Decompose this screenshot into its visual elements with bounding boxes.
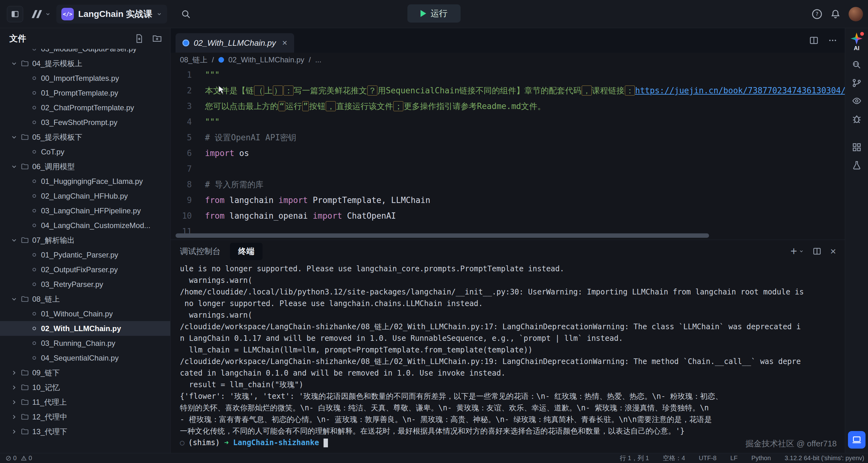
tree-file-04_LangChain_CustomizeMod...[interactable]: 04_LangChain_CustomizeMod... (0, 218, 170, 233)
tree-file-01_Without_Chain.py[interactable]: 01_Without_Chain.py (0, 307, 170, 321)
terminal[interactable]: ule is no longer supported. Please use l… (170, 262, 845, 453)
project-switcher[interactable]: </> LangChain 实战课 (56, 5, 167, 24)
tree-file-CoT.py[interactable]: CoT.py (0, 144, 170, 159)
tree-item-label: 03_FewShotPrompt.py (41, 118, 117, 127)
terminal-prompt: ○ (shims) ➜ LangChain-shizhanke (180, 437, 839, 448)
more-actions-icon[interactable] (828, 36, 837, 45)
file-tree: 03_Module_OutputParser.py04_提示模板上00_Impo… (0, 49, 170, 453)
status-bar: 0 0 行 1，列 1空格：4UTF-8LFPython3.12.2 64-bi… (0, 453, 868, 463)
file-explorer-sidebar: 文件 03_Module_OutputParser.py04_提示模板上00_I… (0, 28, 170, 453)
file-dot-icon (33, 150, 36, 153)
tab-debug-console[interactable]: 调试控制台 (180, 246, 221, 257)
bell-icon[interactable] (831, 9, 840, 20)
tree-file-02_LangChain_HFHub.py[interactable]: 02_LangChain_HFHub.py (0, 189, 170, 203)
tree-file-01_Pydantic_Parser.py[interactable]: 01_Pydantic_Parser.py (0, 248, 170, 262)
tree-folder-13_代理下[interactable]: 13_代理下 (0, 424, 170, 439)
code-editor[interactable]: 1"""2本文件是【链（上）：写一篇完美鲜花推文？用SequencialChai… (170, 67, 845, 240)
code-search-icon[interactable] (852, 60, 862, 70)
tree-file-03_Running_Chain.py[interactable]: 03_Running_Chain.py (0, 336, 170, 351)
tree-item-label: 04_SequentialChain.py (41, 354, 119, 363)
plus-icon: + (790, 245, 797, 257)
terminal-cursor (323, 439, 328, 447)
status-item[interactable]: 空格：4 (663, 454, 685, 462)
user-avatar[interactable] (848, 7, 863, 21)
status-item[interactable]: 3.12.2 64-bit ('shims': pyenv) (785, 455, 864, 462)
new-file-icon[interactable] (134, 34, 144, 43)
tab-close-icon[interactable]: × (282, 38, 287, 48)
search-button[interactable] (181, 9, 191, 19)
tree-file-04_SequentialChain.py[interactable]: 04_SequentialChain.py (0, 351, 170, 365)
problems-warnings[interactable]: 0 (21, 455, 32, 462)
tree-folder-05_提示模板下[interactable]: 05_提示模板下 (0, 130, 170, 144)
extensions-grid-icon[interactable] (852, 143, 861, 152)
new-terminal-button[interactable]: + (790, 245, 804, 257)
tree-folder-12_代理中[interactable]: 12_代理中 (0, 409, 170, 424)
ai-assistant-button[interactable]: AI (851, 33, 863, 52)
chevron-down-icon (11, 60, 18, 67)
git-branch-icon[interactable] (852, 78, 862, 88)
folder-icon (21, 295, 29, 303)
tree-folder-09_链下[interactable]: 09_链下 (0, 365, 170, 380)
breadcrumb-more[interactable]: ... (315, 55, 321, 64)
tree-folder-04_提示模板上[interactable]: 04_提示模板上 (0, 56, 170, 71)
breadcrumb-file[interactable]: 02_With_LLMChain.py (228, 55, 305, 64)
breadcrumb-folder[interactable]: 08_链上 (180, 55, 208, 65)
breadcrumb-separator: / (212, 55, 214, 64)
tree-file-01_HuggingingFace_Llama.py[interactable]: 01_HuggingingFace_Llama.py (0, 174, 170, 189)
close-panel-icon[interactable]: × (830, 245, 836, 257)
tree-item-label: 03_LangChain_HFPipeline.py (41, 206, 141, 215)
bug-icon[interactable] (852, 114, 862, 124)
tree-folder-11_代理上[interactable]: 11_代理上 (0, 395, 170, 409)
tree-file-03_LangChain_HFPipeline.py[interactable]: 03_LangChain_HFPipeline.py (0, 203, 170, 218)
tab-terminal[interactable]: 终端 (230, 243, 262, 260)
chevron-down-icon (156, 11, 162, 17)
tree-folder-08_链上[interactable]: 08_链上 (0, 292, 170, 307)
chevron-right-icon (11, 384, 18, 391)
status-item[interactable]: Python (751, 455, 771, 462)
tree-item-label: 03_Module_OutputParser.py (41, 49, 137, 53)
tree-item-label: 04_LangChain_CustomizeMod... (41, 221, 151, 230)
file-dot-icon (33, 179, 36, 183)
folder-icon (21, 383, 29, 392)
editor-tab[interactable]: 02_With_LLMChain.py × (176, 33, 294, 53)
remote-workspace-button[interactable] (848, 431, 866, 448)
tree-file-03_Module_OutputParser.py[interactable]: 03_Module_OutputParser.py (0, 49, 170, 56)
tree-folder-10_记忆[interactable]: 10_记忆 (0, 380, 170, 395)
file-dot-icon (33, 224, 36, 227)
tree-folder-07_解析输出[interactable]: 07_解析输出 (0, 233, 170, 248)
tree-file-02_ChatPromptTemplate.py[interactable]: 02_ChatPromptTemplate.py (0, 100, 170, 115)
problems-errors[interactable]: 0 (6, 455, 17, 462)
status-item[interactable]: UTF-8 (699, 455, 717, 462)
tree-file-01_PromptTemplate.py[interactable]: 01_PromptTemplate.py (0, 86, 170, 100)
tree-item-label: 08_链上 (32, 294, 60, 304)
folder-icon (21, 162, 29, 171)
watermark: 掘金技术社区 @ offer718 (745, 438, 837, 449)
split-editor-icon[interactable] (809, 36, 818, 45)
tree-item-label: 13_代理下 (32, 427, 67, 437)
status-item[interactable]: LF (730, 455, 738, 462)
help-icon[interactable]: ? (812, 9, 822, 20)
app-logo[interactable] (29, 8, 51, 20)
terminal-line: /cloudide/workspace/LangChain-shizhanke/… (180, 321, 839, 333)
tree-folder-06_调用模型[interactable]: 06_调用模型 (0, 159, 170, 174)
tree-file-03_RetryParser.py[interactable]: 03_RetryParser.py (0, 277, 170, 292)
tree-item-label: 01_Pydantic_Parser.py (41, 251, 118, 259)
run-button[interactable]: 运行 (407, 4, 461, 23)
sidebar-toggle-button[interactable] (7, 6, 23, 22)
chevron-right-icon (11, 399, 18, 406)
layout-sidebar-icon (11, 10, 19, 18)
tree-file-02_With_LLMChain.py[interactable]: 02_With_LLMChain.py (0, 321, 170, 336)
tree-file-00_ImportTemplates.py[interactable]: 00_ImportTemplates.py (0, 71, 170, 86)
status-item[interactable]: 行 1，列 1 (620, 454, 649, 462)
code-line: 3您可以点击最上方的“运行”按钮，直接运行该文件；更多操作指引请参考Readme… (170, 98, 845, 114)
new-folder-icon[interactable] (152, 34, 162, 43)
horizontal-scrollbar[interactable] (176, 233, 709, 238)
split-terminal-icon[interactable] (813, 247, 822, 256)
eye-icon[interactable] (851, 96, 862, 106)
tree-file-02_OutputFixParser.py[interactable]: 02_OutputFixParser.py (0, 262, 170, 277)
notification-dot (860, 32, 864, 36)
tree-file-03_FewShotPrompt.py[interactable]: 03_FewShotPrompt.py (0, 115, 170, 130)
test-flask-icon[interactable] (852, 160, 861, 170)
terminal-line: result = llm_chain("玫瑰") (180, 379, 839, 390)
tree-item-label: 02_ChatPromptTemplate.py (41, 104, 134, 112)
